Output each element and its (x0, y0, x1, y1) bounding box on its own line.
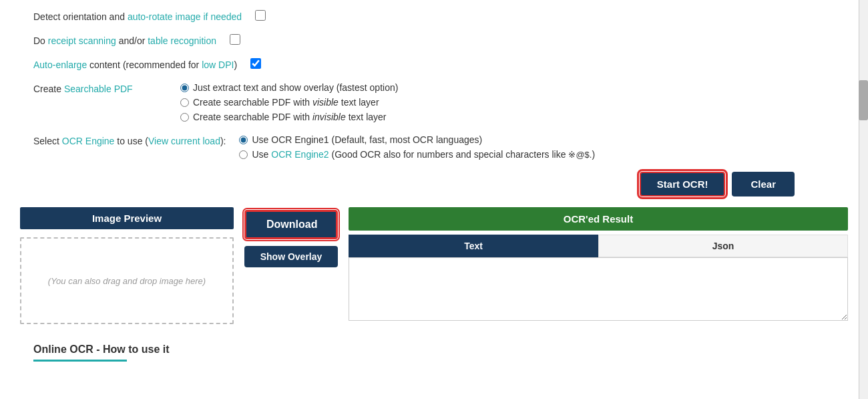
setting-ocr-engine: Select OCR Engine to use (View current l… (33, 134, 848, 160)
page-wrapper: Detect orientation and auto-rotate image… (0, 0, 868, 399)
show-overlay-button[interactable]: Show Overlay (244, 246, 338, 267)
tab-text[interactable]: Text (349, 235, 598, 257)
radio-visible-layer[interactable]: Create searchable PDF with visible text … (180, 97, 398, 108)
setting-searchable-pdf: Create Searchable PDF Just extract text … (33, 82, 848, 122)
detect-orientation-control (255, 10, 266, 21)
searchable-pdf-link[interactable]: Searchable PDF (64, 84, 133, 94)
ocr-tabs: Text Json (349, 235, 848, 257)
main-content: Image Preview (You can also drag and dro… (20, 207, 848, 327)
ocr-result-header: OCR'ed Result (349, 207, 848, 231)
detect-orientation-label: Detect orientation and auto-rotate image… (33, 10, 242, 22)
scrollbar[interactable] (859, 0, 868, 399)
ocr-engine-link[interactable]: OCR Engine (62, 136, 115, 146)
radio-invisible-layer[interactable]: Create searchable PDF with invisible tex… (180, 112, 398, 122)
ocr-engine2-link[interactable]: OCR Engine2 (271, 149, 329, 160)
image-preview-header: Image Preview (20, 207, 234, 229)
how-to-underline (33, 360, 127, 362)
how-to-title: Online OCR - How to use it (33, 344, 848, 356)
emoji-chars: ※@$. (568, 150, 592, 160)
how-to-section: Online OCR - How to use it (20, 344, 848, 362)
start-ocr-button[interactable]: Start OCR! (640, 172, 726, 196)
radio-just-extract-label: Just extract text and show overlay (fast… (193, 82, 398, 93)
ocr-engine-options: Use OCR Engine1 (Default, fast, most OCR… (239, 134, 595, 160)
download-overlay-panel: Download Show Overlay (244, 207, 338, 267)
view-current-load-link[interactable]: View current load (148, 136, 220, 146)
download-button[interactable]: Download (244, 210, 338, 239)
auto-enlarge-label: Auto-enlarge content (recommended for lo… (33, 58, 237, 70)
setting-auto-enlarge: Auto-enlarge content (recommended for lo… (33, 58, 848, 70)
image-preview-placeholder: (You can also drag and drop image here) (48, 276, 206, 286)
radio-engine1-label: Use OCR Engine1 (Default, fast, most OCR… (252, 134, 482, 145)
receipt-scanning-link[interactable]: receipt scanning (48, 35, 116, 46)
receipt-scanning-label: Do receipt scanning and/or table recogni… (33, 34, 216, 46)
radio-engine2[interactable]: Use OCR Engine2 (Good OCR also for numbe… (239, 149, 595, 160)
action-buttons-row: Start OCR! Clear (20, 172, 848, 196)
radio-visible-layer-input[interactable] (180, 98, 189, 107)
radio-invisible-layer-label: Create searchable PDF with invisible tex… (193, 112, 386, 122)
radio-engine1[interactable]: Use OCR Engine1 (Default, fast, most OCR… (239, 134, 595, 145)
radio-visible-layer-label: Create searchable PDF with visible text … (193, 97, 379, 108)
radio-engine2-label: Use OCR Engine2 (Good OCR also for numbe… (252, 149, 595, 160)
searchable-pdf-label: Create Searchable PDF (33, 82, 167, 94)
auto-enlarge-control (250, 58, 261, 69)
ocr-engine-label: Select OCR Engine to use (View current l… (33, 134, 226, 146)
ocr-result-panel: OCR'ed Result Text Json (349, 207, 848, 321)
radio-invisible-layer-input[interactable] (180, 113, 189, 122)
image-preview-panel: Image Preview (You can also drag and dro… (20, 207, 234, 327)
low-dpi-link[interactable]: low DPI (202, 59, 234, 70)
setting-detect-orientation: Detect orientation and auto-rotate image… (33, 10, 848, 22)
auto-enlarge-checkbox[interactable] (250, 58, 261, 69)
receipt-scanning-control (230, 34, 240, 45)
clear-button[interactable]: Clear (732, 172, 795, 196)
ocr-result-textarea[interactable] (349, 257, 848, 321)
settings-area: Detect orientation and auto-rotate image… (20, 7, 848, 160)
table-recognition-link[interactable]: table recognition (148, 35, 216, 46)
radio-just-extract-input[interactable] (180, 84, 189, 92)
tab-json[interactable]: Json (598, 235, 848, 257)
auto-enlarge-link[interactable]: Auto-enlarge (33, 59, 87, 70)
radio-just-extract[interactable]: Just extract text and show overlay (fast… (180, 82, 398, 93)
image-preview-dropzone[interactable]: (You can also drag and drop image here) (20, 237, 234, 324)
setting-receipt-scanning: Do receipt scanning and/or table recogni… (33, 34, 848, 46)
searchable-pdf-options: Just extract text and show overlay (fast… (180, 82, 398, 122)
receipt-scanning-checkbox[interactable] (230, 34, 240, 45)
radio-engine2-input[interactable] (239, 150, 248, 159)
radio-engine1-input[interactable] (239, 136, 248, 144)
scrollbar-thumb[interactable] (859, 80, 868, 120)
detect-orientation-checkbox[interactable] (255, 10, 266, 21)
auto-rotate-link[interactable]: auto-rotate image if needed (128, 11, 242, 22)
